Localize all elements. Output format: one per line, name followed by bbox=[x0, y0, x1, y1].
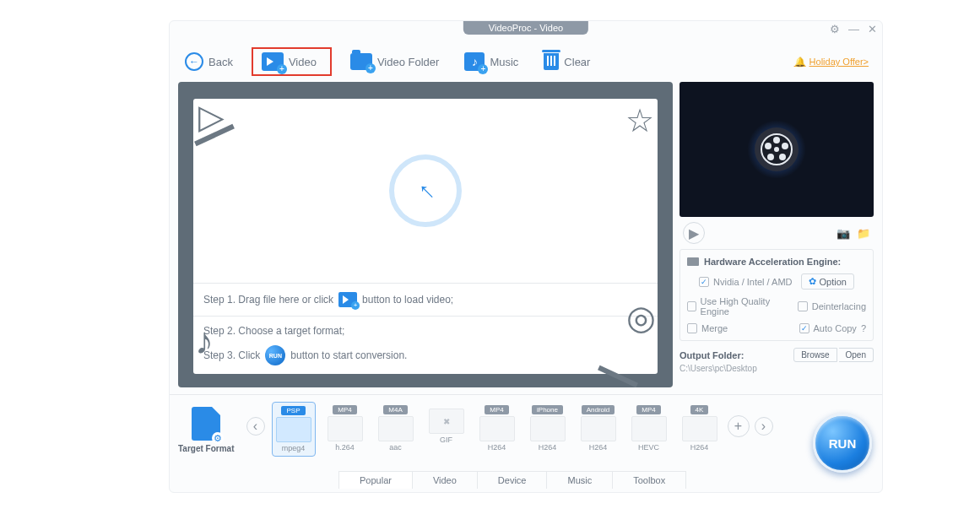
output-folder-section: Output Folder: Browse Open C:\Users\pc\D… bbox=[680, 348, 874, 373]
formats-next-button[interactable]: › bbox=[755, 417, 773, 436]
format-badge: MP4 bbox=[485, 405, 508, 414]
svg-point-5 bbox=[767, 154, 774, 160]
output-folder-label: Output Folder: bbox=[680, 350, 744, 360]
format-item[interactable]: MP4h.264 bbox=[324, 402, 366, 457]
video-icon: + bbox=[262, 52, 284, 71]
tab-video[interactable]: Video bbox=[413, 471, 478, 489]
tab-popular[interactable]: Popular bbox=[338, 471, 413, 489]
clear-button[interactable]: Clear bbox=[537, 50, 597, 73]
target-format-button[interactable]: ⚙ Target Format bbox=[178, 407, 235, 453]
format-sub: h.264 bbox=[335, 443, 355, 452]
format-thumb-icon bbox=[530, 416, 566, 441]
video-icon-small: + bbox=[338, 292, 357, 307]
svg-point-3 bbox=[782, 143, 788, 149]
music-icon: ♪+ bbox=[464, 52, 485, 71]
upload-arrow-icon: ↑ bbox=[411, 176, 441, 206]
drop-card: ↑ Step 1. Drag file here or click + butt… bbox=[193, 99, 658, 374]
upload-circle-button[interactable]: ↑ bbox=[389, 154, 462, 227]
hw-title-text: Hardware Acceleration Engine: bbox=[704, 257, 841, 267]
format-item[interactable]: MP4H264 bbox=[476, 402, 518, 457]
bottom-bar: ⚙ Target Format ‹ PSPmpeg4MP4h.264M4Aaac… bbox=[170, 394, 882, 492]
tab-device[interactable]: Device bbox=[478, 471, 548, 489]
drop-zone-outer: ▷ ♪ ☆ ◎ ↑ Step 1. Drag file here or clic… bbox=[178, 82, 673, 387]
open-folder-icon[interactable]: 📁 bbox=[857, 227, 870, 240]
video-folder-label: Video Folder bbox=[377, 56, 439, 68]
help-icon[interactable]: ? bbox=[861, 323, 866, 333]
back-label: Back bbox=[208, 56, 233, 68]
hw-row-3: Merge Auto Copy ? bbox=[687, 323, 866, 333]
format-item[interactable]: PSPmpeg4 bbox=[272, 402, 316, 457]
merge-checkbox[interactable]: Merge bbox=[687, 323, 728, 333]
holiday-offer-link[interactable]: 🔔 Holiday Offer> bbox=[794, 57, 869, 68]
autocopy-checkbox[interactable]: Auto Copy ? bbox=[799, 323, 867, 333]
format-thumb-icon bbox=[682, 416, 717, 441]
run-button[interactable]: RUN bbox=[813, 414, 872, 473]
format-thumb-icon bbox=[276, 417, 311, 442]
main-content: ▷ ♪ ☆ ◎ ↑ Step 1. Drag file here or clic… bbox=[170, 82, 882, 394]
app-window: VideoProc - Video ⚙ — ✕ ← Back + Video +… bbox=[169, 20, 883, 493]
format-thumb-icon: ✖ bbox=[429, 409, 464, 434]
format-item[interactable]: AndroidH264 bbox=[577, 402, 620, 457]
bg-star-icon: ☆ bbox=[625, 102, 654, 139]
step-3-text: Step 3. Click RUN button to start conver… bbox=[193, 345, 658, 374]
svg-point-2 bbox=[773, 137, 780, 143]
tab-music[interactable]: Music bbox=[547, 471, 613, 489]
bell-icon: 🔔 bbox=[794, 57, 806, 68]
hw-title: Hardware Acceleration Engine: bbox=[687, 257, 866, 267]
bg-camera-icon: ◎ bbox=[626, 298, 656, 337]
hq-checkbox[interactable]: Use High Quality Engine bbox=[687, 296, 788, 317]
svg-point-1 bbox=[774, 147, 779, 152]
browse-button[interactable]: Browse bbox=[793, 348, 837, 362]
format-badge: 4K bbox=[690, 405, 709, 414]
target-format-label: Target Format bbox=[178, 444, 235, 453]
format-item[interactable]: M4Aaac bbox=[375, 402, 417, 457]
nvidia-checkbox[interactable]: Nvidia / Intel / AMD bbox=[699, 277, 793, 287]
hw-option-button[interactable]: ✿Option bbox=[801, 273, 854, 290]
clear-label: Clear bbox=[564, 56, 590, 68]
format-thumb-icon bbox=[581, 416, 616, 441]
format-thumb-icon bbox=[378, 416, 414, 441]
close-button[interactable]: ✕ bbox=[868, 23, 877, 35]
step3b: button to start conversion. bbox=[290, 349, 407, 361]
deint-checkbox[interactable]: Deinterlacing bbox=[798, 301, 866, 311]
folder-icon: + bbox=[350, 53, 372, 70]
step1a: Step 1. Drag file here or click bbox=[203, 294, 333, 306]
add-format-button[interactable]: + bbox=[728, 415, 750, 437]
drop-target[interactable]: ↑ bbox=[193, 99, 658, 284]
hq-label: Use High Quality Engine bbox=[701, 296, 788, 317]
format-thumb-icon bbox=[479, 416, 515, 441]
format-sub: mpeg4 bbox=[282, 444, 306, 452]
format-sub: GIF bbox=[440, 436, 452, 444]
minimize-button[interactable]: — bbox=[848, 23, 859, 35]
format-badge: PSP bbox=[281, 406, 305, 415]
format-sub: HEVC bbox=[638, 443, 659, 452]
step-1-text: Step 1. Drag file here or click + button… bbox=[193, 284, 658, 317]
format-sub: H264 bbox=[690, 443, 709, 452]
format-tabs: PopularVideoDeviceMusicToolbox bbox=[338, 471, 686, 489]
run-mini-icon: RUN bbox=[265, 345, 285, 365]
gear-icon: ✿ bbox=[809, 276, 816, 287]
add-video-button[interactable]: + Video bbox=[252, 47, 332, 76]
trash-icon bbox=[544, 53, 559, 70]
toolbar: ← Back + Video + Video Folder ♪+ Music C… bbox=[170, 41, 882, 82]
open-button[interactable]: Open bbox=[839, 348, 874, 362]
back-arrow-icon: ← bbox=[185, 52, 203, 71]
gear-icon[interactable]: ⚙ bbox=[830, 23, 840, 35]
snapshot-icon[interactable]: 📷 bbox=[837, 227, 850, 240]
window-title: VideoProc - Video bbox=[463, 21, 588, 35]
svg-point-4 bbox=[779, 154, 786, 160]
step2: Step 2. Choose a target format; bbox=[203, 325, 344, 337]
right-panel: ▶ 📷 📁 Hardware Acceleration Engine: Nvid… bbox=[680, 82, 874, 387]
tab-toolbox[interactable]: Toolbox bbox=[613, 471, 686, 489]
format-item[interactable]: iPhoneH264 bbox=[527, 402, 569, 457]
play-button[interactable]: ▶ bbox=[683, 222, 705, 244]
step-2-text: Step 2. Choose a target format; bbox=[193, 317, 658, 345]
formats-prev-button[interactable]: ‹ bbox=[246, 417, 265, 436]
add-video-folder-button[interactable]: + Video Folder bbox=[344, 50, 446, 73]
format-item[interactable]: ✖GIF bbox=[425, 402, 468, 457]
format-thumb-icon bbox=[328, 416, 363, 441]
format-item[interactable]: MP4HEVC bbox=[628, 402, 670, 457]
format-item[interactable]: 4KH264 bbox=[679, 402, 721, 457]
back-button[interactable]: ← Back bbox=[178, 49, 240, 74]
add-music-button[interactable]: ♪+ Music bbox=[458, 49, 525, 74]
